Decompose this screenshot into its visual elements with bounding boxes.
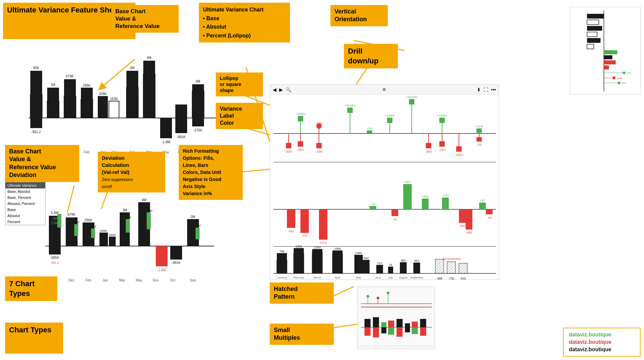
svg-text:February: February — [293, 276, 304, 279]
svg-rect-80 — [99, 233, 108, 246]
svg-rect-114 — [347, 108, 353, 113]
svg-rect-236 — [587, 20, 599, 25]
svg-text:Oct: Oct — [170, 278, 175, 282]
svg-rect-41 — [160, 118, 172, 138]
base-chart-deviation-text: Base ChartValue &Reference ValueDeviatio… — [9, 148, 56, 178]
svg-text:679K: 679K — [66, 74, 74, 78]
svg-rect-272 — [373, 327, 379, 337]
svg-text:January: January — [277, 276, 287, 279]
small-multiples-text: SmallMultiples — [274, 327, 300, 341]
svg-text:-1.6M: -1.6M — [162, 140, 170, 144]
dropdown-item-base-percent[interactable]: Base, Percent — [5, 194, 45, 201]
dropdown-item-absolut[interactable]: Absolut — [5, 213, 45, 219]
svg-rect-277 — [412, 327, 418, 334]
svg-rect-29 — [98, 96, 108, 118]
svg-rect-43 — [175, 104, 187, 118]
svg-text:2.1M: 2.1M — [194, 87, 202, 91]
svg-rect-208 — [388, 267, 393, 273]
svg-text:-988: -988 — [436, 277, 442, 280]
svg-text:-7%: -7% — [476, 143, 482, 147]
svg-rect-182 — [486, 209, 493, 214]
svg-rect-132 — [439, 118, 445, 123]
svg-rect-240 — [587, 44, 594, 49]
svg-text:3M: 3M — [130, 66, 135, 70]
small-multiples-panel — [357, 287, 435, 349]
svg-text:-12%: -12% — [616, 77, 622, 80]
svg-rect-135 — [476, 128, 482, 133]
svg-point-258 — [377, 297, 379, 299]
svg-rect-266 — [388, 321, 394, 327]
svg-text:-991K: -991K — [172, 261, 181, 265]
svg-text:-33: -33 — [487, 216, 491, 219]
svg-text:+206: +206 — [422, 195, 429, 198]
svg-text:1M: 1M — [52, 217, 57, 220]
svg-rect-174 — [319, 209, 327, 240]
pbi-icon-menu[interactable]: ≡ — [382, 87, 385, 93]
svg-text:2.1M: 2.1M — [194, 224, 201, 227]
svg-text:+235: +235 — [442, 194, 449, 197]
svg-rect-90 — [147, 212, 151, 229]
svg-rect-244 — [604, 65, 609, 69]
svg-text:September: September — [410, 276, 423, 279]
svg-text:July: July — [388, 276, 393, 279]
pbi-icon-back[interactable]: ◀ — [273, 87, 276, 92]
dropdown-item-base[interactable]: Base — [5, 207, 45, 213]
svg-rect-267 — [397, 319, 403, 327]
svg-text:August: August — [399, 276, 408, 279]
svg-text:4M: 4M — [142, 198, 146, 202]
pbi-icon-expand[interactable]: ⛶ — [484, 87, 488, 92]
chart-type-dropdown[interactable]: Ultimate Variance Base, Absolut Base, Pe… — [5, 182, 46, 225]
svg-text:-502: -502 — [460, 277, 466, 280]
dropdown-item-percent[interactable]: Percent — [5, 219, 45, 225]
pbi-icon-more[interactable]: ••• — [491, 87, 496, 92]
dropdown-item-ultimate[interactable]: Ultimate Variance — [5, 182, 45, 188]
chart-types-bottom-text: Chart Types — [9, 326, 52, 334]
svg-text:+5%: +5% — [626, 71, 631, 74]
svg-rect-212 — [413, 263, 420, 273]
svg-text:-275K: -275K — [194, 128, 203, 132]
svg-rect-31 — [109, 101, 119, 118]
svg-rect-98 — [196, 228, 200, 239]
svg-text:3M: 3M — [122, 208, 127, 212]
dataviz-red-text: dataviz.boutique — [569, 339, 635, 345]
svg-rect-164 — [422, 199, 429, 209]
svg-text:-961.2: -961.2 — [50, 261, 59, 264]
svg-text:1958: 1958 — [334, 247, 341, 250]
svg-rect-278 — [420, 327, 426, 336]
svg-text:2.7M: 2.7M — [72, 220, 79, 224]
svg-text:3.3M: 3.3M — [128, 84, 136, 87]
svg-text:+12%: +12% — [475, 125, 483, 128]
svg-rect-216 — [447, 262, 456, 273]
svg-text:2306: 2306 — [314, 249, 321, 252]
svg-text:-36%: -36% — [425, 150, 432, 153]
svg-text:Jan: Jan — [103, 278, 108, 282]
base-chart-top-callout: Base ChartValue &Reference Value — [111, 5, 179, 33]
svg-text:1938: 1938 — [334, 250, 341, 254]
svg-text:296K: 296K — [84, 218, 92, 222]
pbi-icon-zoom[interactable]: 🔍 — [286, 87, 291, 92]
svg-rect-270 — [420, 319, 426, 327]
svg-text:-717: -717 — [301, 234, 308, 238]
svg-text:296K: 296K — [83, 84, 91, 87]
svg-rect-156 — [476, 137, 482, 142]
svg-rect-268 — [405, 323, 410, 327]
svg-text:Feb: Feb — [85, 278, 91, 282]
rich-formatting-callout: Rich FormattingOptions: Fills,Lines, Bar… — [179, 145, 243, 200]
dropdown-item-base-absolut[interactable]: Base, Absolut — [5, 188, 45, 194]
pbi-icon-download[interactable]: ⬇ — [477, 87, 481, 92]
svg-rect-237 — [587, 26, 602, 31]
dropdown-item-absolut-percent[interactable]: Absolut, Percent — [5, 201, 45, 207]
vertical-chart-panel: +5% -12% +8% — [570, 7, 641, 94]
svg-text:-155%: -155% — [455, 153, 463, 157]
rich-formatting-text: Rich FormattingOptions: Fills,Lines, Bar… — [183, 148, 221, 196]
pbi-icon-forward[interactable]: ▶ — [279, 87, 283, 92]
svg-text:Dec: Dec — [68, 278, 75, 282]
svg-text:769: 769 — [279, 250, 284, 253]
svg-text:-961.2: -961.2 — [31, 130, 41, 134]
svg-point-256 — [367, 295, 369, 298]
base-chart-deviation-callout: Base ChartValue &Reference ValueDeviatio… — [5, 145, 79, 182]
svg-text:April: April — [335, 276, 340, 279]
svg-rect-153 — [456, 146, 462, 152]
deviation-calc-text: DeviationCalculation(Val-ref Val)Zero su… — [102, 155, 133, 189]
svg-rect-82 — [109, 237, 116, 246]
